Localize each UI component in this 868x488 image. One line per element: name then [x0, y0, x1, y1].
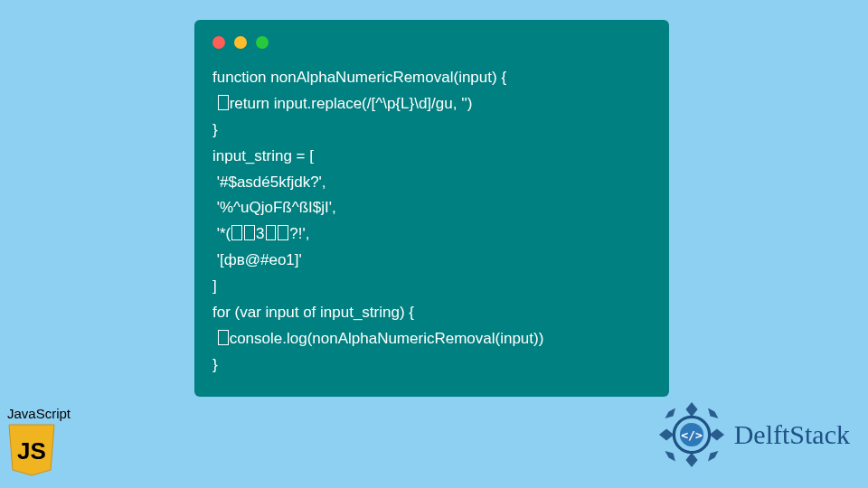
- minimize-icon: [234, 36, 247, 49]
- brand-area: </> DelftStack: [655, 398, 850, 472]
- javascript-shield-icon: JS: [7, 423, 56, 477]
- maximize-icon: [256, 36, 269, 49]
- svg-text:JS: JS: [17, 437, 46, 465]
- close-icon: [212, 36, 225, 49]
- window-controls: [212, 36, 651, 49]
- brand-name: DelftStack: [734, 419, 850, 450]
- code-content: function nonAlphaNumericRemoval(input) {…: [212, 65, 651, 379]
- svg-text:</>: </>: [681, 428, 703, 442]
- javascript-badge: JavaScript JS: [7, 406, 71, 477]
- code-block: function nonAlphaNumericRemoval(input) {…: [194, 20, 669, 397]
- brand-logo-icon: </>: [655, 398, 729, 472]
- javascript-label: JavaScript: [7, 406, 71, 421]
